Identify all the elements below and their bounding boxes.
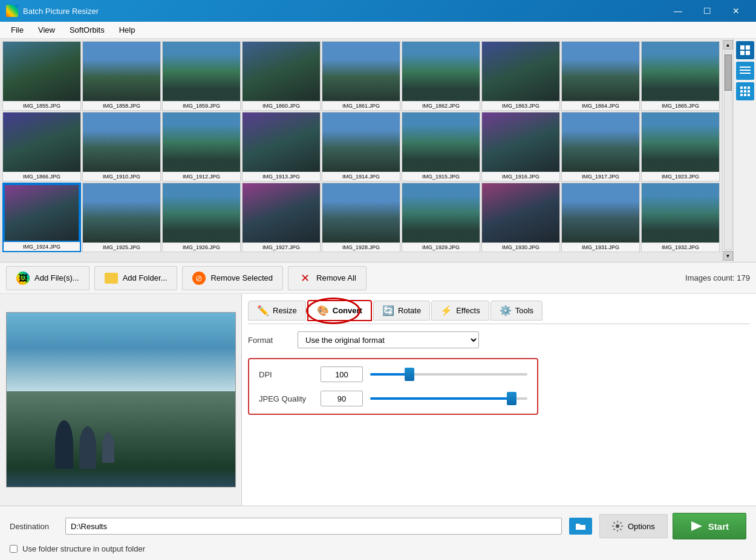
menu-view[interactable]: View bbox=[32, 24, 61, 36]
image-filename: IMG_1862.JPG bbox=[402, 101, 480, 110]
scroll-down-button[interactable]: ▼ bbox=[723, 251, 733, 261]
image-thumb[interactable]: IMG_1855.JPG bbox=[2, 41, 81, 111]
title-bar: Batch Picture Resizer — ☐ ✕ bbox=[0, 0, 756, 22]
image-thumb[interactable]: IMG_1863.JPG bbox=[481, 41, 560, 111]
image-filename: IMG_1924.JPG bbox=[4, 242, 80, 251]
image-thumb[interactable]: IMG_1929.JPG bbox=[402, 183, 480, 252]
folder-structure-label[interactable]: Use folder structure in output folder bbox=[22, 544, 145, 553]
dpi-input[interactable] bbox=[321, 366, 363, 382]
tab-effects[interactable]: ⚡ Effects bbox=[431, 301, 489, 321]
image-thumb[interactable]: IMG_1912.JPG bbox=[162, 112, 241, 181]
close-button[interactable]: ✕ bbox=[722, 1, 750, 21]
image-thumb[interactable]: IMG_1859.JPG bbox=[162, 41, 241, 111]
image-thumb[interactable]: IMG_1916.JPG bbox=[481, 112, 560, 181]
tab-resize[interactable]: ✏️ Resize bbox=[248, 301, 306, 321]
jpeg-quality-label: JPEG Quality bbox=[259, 394, 313, 403]
grid-view-icon bbox=[740, 86, 751, 97]
format-select[interactable]: Use the original format JPEG PNG BMP TIF… bbox=[298, 331, 479, 348]
remove-all-button[interactable]: ✕ Remove All bbox=[288, 266, 367, 290]
grid-scrollbar[interactable]: ▲ ▼ bbox=[722, 39, 733, 262]
image-thumb[interactable]: IMG_1923.JPG bbox=[641, 112, 720, 181]
folder-icon bbox=[105, 273, 118, 284]
folder-structure-row: Use folder structure in output folder bbox=[10, 544, 746, 553]
dpi-slider-fill bbox=[370, 373, 409, 376]
svg-rect-8 bbox=[744, 86, 746, 89]
view-list-button[interactable] bbox=[736, 62, 754, 80]
scroll-track[interactable] bbox=[724, 51, 732, 250]
image-filename: IMG_1931.JPG bbox=[562, 243, 639, 252]
image-thumb[interactable]: IMG_1931.JPG bbox=[561, 183, 640, 252]
dpi-label: DPI bbox=[259, 370, 313, 379]
image-thumb[interactable]: IMG_1914.JPG bbox=[322, 112, 400, 181]
resize-tab-label: Resize bbox=[273, 306, 297, 315]
folder-structure-checkbox[interactable] bbox=[10, 545, 18, 553]
image-grid: IMG_1855.JPGIMG_1858.JPGIMG_1859.JPGIMG_… bbox=[0, 39, 722, 262]
image-filename: IMG_1864.JPG bbox=[562, 101, 639, 110]
destination-row: Destination Options bbox=[10, 513, 746, 539]
dpi-row: DPI bbox=[259, 366, 527, 382]
destination-input[interactable] bbox=[65, 518, 562, 535]
image-thumb[interactable]: IMG_1926.JPG bbox=[162, 183, 241, 252]
image-thumb[interactable]: IMG_1866.JPG bbox=[2, 112, 81, 181]
menu-file[interactable]: File bbox=[5, 24, 30, 36]
image-thumb[interactable]: IMG_1928.JPG bbox=[322, 183, 400, 252]
options-button[interactable]: Options bbox=[599, 514, 668, 538]
image-filename: IMG_1915.JPG bbox=[402, 172, 480, 181]
format-row: Format Use the original format JPEG PNG … bbox=[248, 331, 750, 348]
view-large-button[interactable] bbox=[736, 41, 754, 59]
image-thumb[interactable]: IMG_1910.JPG bbox=[82, 112, 161, 181]
view-grid-button[interactable] bbox=[736, 82, 754, 100]
image-thumb[interactable]: IMG_1930.JPG bbox=[481, 183, 560, 252]
add-files-button[interactable]: 🖼 Add File(s)... bbox=[6, 266, 90, 290]
start-button[interactable]: Start bbox=[673, 513, 746, 539]
menu-help[interactable]: Help bbox=[113, 24, 142, 36]
dpi-slider-thumb[interactable] bbox=[405, 368, 414, 381]
tools-tab-label: Tools bbox=[515, 306, 533, 315]
svg-rect-9 bbox=[748, 86, 750, 89]
jpeg-quality-input[interactable] bbox=[321, 391, 363, 406]
maximize-button[interactable]: ☐ bbox=[693, 1, 721, 21]
image-thumb[interactable]: IMG_1925.JPG bbox=[82, 183, 161, 252]
svg-rect-7 bbox=[740, 86, 743, 89]
remove-selected-button[interactable]: ⊘ Remove Selected bbox=[182, 266, 283, 290]
image-thumb[interactable]: IMG_1864.JPG bbox=[561, 41, 640, 111]
add-folder-button[interactable]: Add Folder... bbox=[94, 266, 178, 290]
tab-convert[interactable]: 🎨 Convert bbox=[307, 300, 372, 321]
image-thumb[interactable]: IMG_1915.JPG bbox=[402, 112, 480, 181]
image-filename: IMG_1923.JPG bbox=[642, 172, 719, 181]
add-files-label: Add File(s)... bbox=[34, 273, 79, 282]
menu-softorbits[interactable]: SoftOrbits bbox=[64, 24, 111, 36]
image-thumb[interactable]: IMG_1913.JPG bbox=[242, 112, 321, 181]
image-thumb[interactable]: IMG_1924.JPG bbox=[2, 183, 81, 252]
tab-rotate[interactable]: 🔄 Rotate bbox=[373, 301, 430, 321]
minimize-button[interactable]: — bbox=[664, 1, 692, 21]
image-thumb[interactable]: IMG_1932.JPG bbox=[641, 183, 720, 252]
image-thumb[interactable]: IMG_1858.JPG bbox=[82, 41, 161, 111]
browse-button[interactable] bbox=[569, 518, 592, 535]
image-grid-container: IMG_1855.JPGIMG_1858.JPGIMG_1859.JPGIMG_… bbox=[0, 39, 756, 262]
svg-rect-14 bbox=[744, 94, 746, 96]
large-view-icon bbox=[740, 45, 751, 56]
scroll-thumb[interactable] bbox=[725, 54, 732, 91]
image-filename: IMG_1912.JPG bbox=[163, 172, 240, 181]
image-filename: IMG_1914.JPG bbox=[322, 172, 400, 181]
jpeg-quality-slider-fill bbox=[370, 397, 512, 400]
jpeg-quality-slider-thumb[interactable] bbox=[507, 392, 516, 405]
image-filename: IMG_1925.JPG bbox=[83, 243, 160, 252]
tab-tools[interactable]: ⚙️ Tools bbox=[490, 301, 543, 321]
scroll-up-button[interactable]: ▲ bbox=[723, 40, 733, 50]
settings-panel: ✏️ Resize 🎨 Convert 🔄 Rotate ⚡ Effects bbox=[242, 294, 756, 506]
image-thumb[interactable]: IMG_1865.JPG bbox=[641, 41, 720, 111]
image-thumb[interactable]: IMG_1861.JPG bbox=[322, 41, 400, 111]
start-label: Start bbox=[708, 521, 729, 532]
image-filename: IMG_1930.JPG bbox=[482, 243, 559, 252]
convert-icon: 🎨 bbox=[317, 305, 329, 316]
image-thumb[interactable]: IMG_1860.JPG bbox=[242, 41, 321, 111]
jpeg-quality-slider-track[interactable] bbox=[370, 397, 527, 400]
remove-selected-icon: ⊘ bbox=[192, 272, 206, 285]
image-thumb[interactable]: IMG_1927.JPG bbox=[242, 183, 321, 252]
dpi-slider-track[interactable] bbox=[370, 373, 527, 376]
svg-rect-2 bbox=[740, 51, 745, 55]
image-thumb[interactable]: IMG_1917.JPG bbox=[561, 112, 640, 181]
image-thumb[interactable]: IMG_1862.JPG bbox=[402, 41, 480, 111]
